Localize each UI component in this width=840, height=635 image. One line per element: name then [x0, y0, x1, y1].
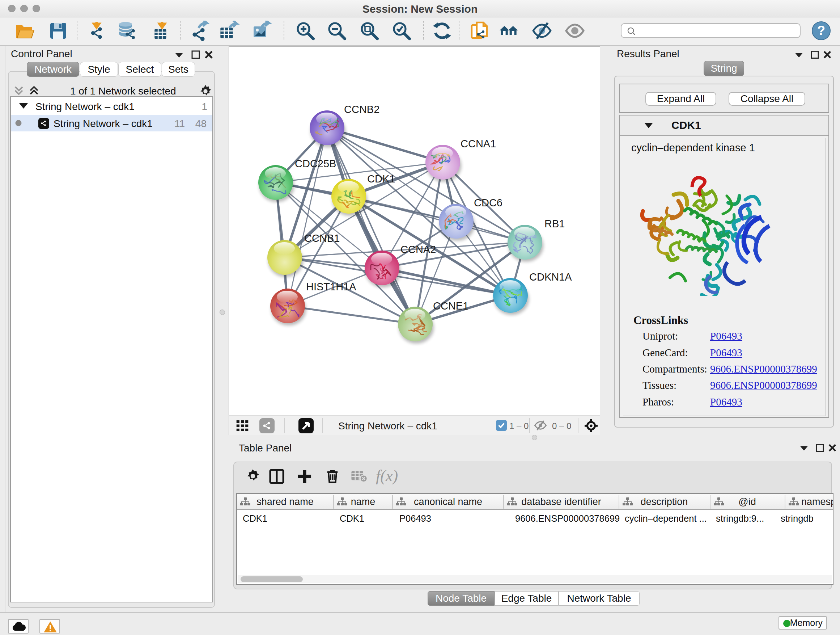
svg-text:CCNA2: CCNA2 [401, 244, 436, 255]
svg-text:CDC6: CDC6 [474, 197, 502, 209]
svg-text:CCNB1: CCNB1 [304, 233, 340, 244]
svg-text:CDC25B: CDC25B [295, 158, 336, 169]
svg-text:CCNA1: CCNA1 [461, 138, 496, 149]
svg-text:HIST1H1A: HIST1H1A [306, 281, 356, 293]
svg-text:CCNB2: CCNB2 [344, 103, 379, 115]
svg-text:CDKN1A: CDKN1A [529, 271, 572, 283]
svg-text:CCNE1: CCNE1 [433, 300, 469, 312]
svg-text:RB1: RB1 [545, 218, 565, 230]
svg-text:CDK1: CDK1 [367, 173, 395, 185]
